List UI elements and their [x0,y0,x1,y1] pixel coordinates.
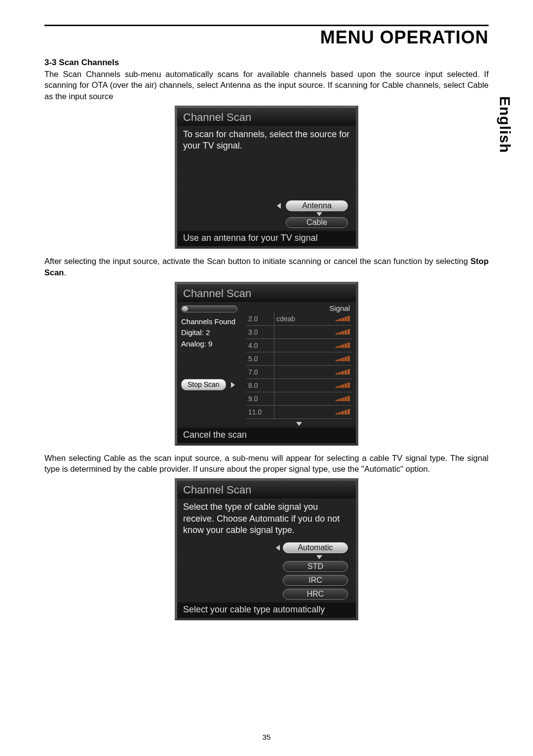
channel-row: 5.0 [246,352,352,365]
arrow-down-icon [316,212,322,216]
section-para-3: When selecting Cable as the scan input s… [44,453,489,475]
channel-number: 11.0 [246,405,274,418]
arrow-right-icon [231,382,235,388]
dialog-instruction: Select the type of cable signal you rece… [183,501,350,536]
channel-signal [321,405,352,418]
digital-count: Digital: 2 [181,327,246,339]
signal-column-header: Signal [246,304,352,312]
option-antenna[interactable]: Antenna [286,200,348,211]
section-para-2: After selecting the input source, activa… [44,256,489,278]
channel-number: 4.0 [246,339,274,352]
arrow-down-icon [296,422,302,426]
channel-scan-dialog-source: Channel Scan To scan for channels, selec… [175,106,358,249]
channel-row: 3.0 [246,325,352,339]
page-number: 35 [0,733,533,741]
channel-signal [321,365,352,378]
arrow-left-icon [277,203,281,209]
channel-signal [321,325,352,339]
channel-scan-dialog-progress: Channel Scan Channels Found Digital: 2 A… [175,282,358,446]
channel-number: 7.0 [246,365,274,378]
channel-name [274,378,322,392]
channel-number: 3.0 [246,325,274,339]
channel-number: 9.0 [246,392,274,405]
scan-progress-bar [181,305,237,312]
channel-row: 4.0 [246,339,352,352]
dialog-instruction: To scan for channels, select the source … [183,129,350,152]
language-tab: English [496,96,513,153]
channel-signal [321,352,352,365]
analog-count: Analog: 9 [181,339,246,350]
channel-name [274,405,322,418]
channel-name [274,325,322,339]
channel-number: 2.0 [246,312,274,326]
option-std[interactable]: STD [283,561,348,572]
channel-row: 2.0cdeab [246,312,352,326]
channel-list-table: 2.0cdeab3.04.05.07.08.09.011.0 [246,312,352,419]
channel-number: 8.0 [246,378,274,392]
option-cable[interactable]: Cable [286,217,348,228]
channel-row: 7.0 [246,365,352,378]
channel-name: cdeab [274,312,322,326]
dialog-hint: Select your cable type automatically [177,603,356,618]
channel-name [274,365,322,378]
channel-signal [321,392,352,405]
arrow-down-icon [316,555,322,559]
dialog-hint: Cancel the scan [177,428,356,443]
section-para-1: The Scan Channels sub-menu automatically… [44,69,489,102]
channel-row: 9.0 [246,392,352,405]
stop-scan-button[interactable]: Stop Scan [181,379,226,390]
option-automatic[interactable]: Automatic [283,542,348,553]
dialog-title: Channel Scan [177,481,356,498]
channel-name [274,392,322,405]
channel-number: 5.0 [246,352,274,365]
channel-scan-dialog-cable-type: Channel Scan Select the type of cable si… [175,478,358,620]
section-heading: 3-3 Scan Channels [44,58,489,68]
dialog-title: Channel Scan [177,284,356,302]
channel-row: 11.0 [246,405,352,418]
option-irc[interactable]: IRC [283,575,348,586]
channel-signal [321,312,352,326]
channel-row: 8.0 [246,378,352,392]
channel-name [274,352,322,365]
option-hrc[interactable]: HRC [283,589,348,600]
channel-signal [321,378,352,392]
channels-found-label: Channels Found [181,316,246,328]
dialog-hint: Use an antenna for your TV signal [177,231,356,246]
page-header-title: MENU OPERATION [44,27,489,48]
channel-signal [321,339,352,352]
dialog-title: Channel Scan [177,108,356,126]
channel-name [274,339,322,352]
arrow-left-icon [276,545,280,551]
